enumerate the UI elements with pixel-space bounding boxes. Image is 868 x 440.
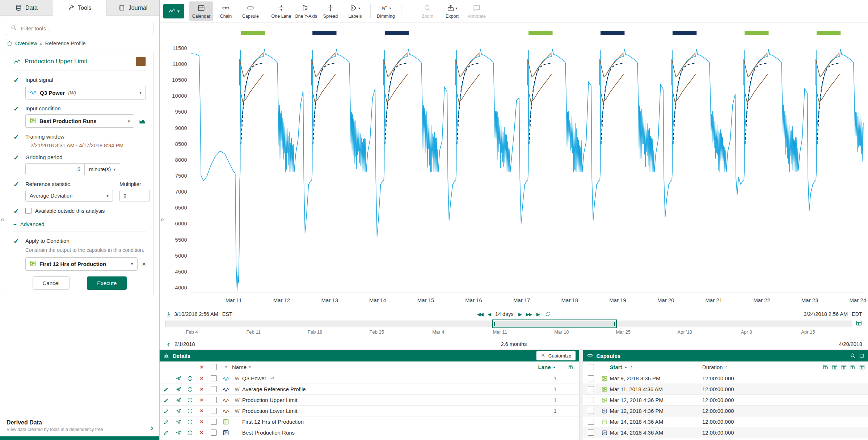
toolbar-button-labels[interactable]: ▾Labels: [343, 1, 367, 21]
color-swatch[interactable]: [136, 57, 146, 66]
plane-icon[interactable]: [176, 376, 181, 381]
capsule-checkbox[interactable]: [588, 408, 594, 414]
toolbar-button-capsule[interactable]: Capsule: [239, 1, 262, 21]
step-forward-fast-icon[interactable]: ▶▶: [526, 312, 532, 317]
duration-column-header[interactable]: Duration: [702, 364, 723, 370]
plane-icon[interactable]: [176, 419, 181, 425]
display-range-start-tz[interactable]: EST: [222, 311, 232, 317]
customize-button[interactable]: Customize: [536, 351, 576, 360]
available-outside-checkbox[interactable]: [25, 208, 31, 214]
details-row[interactable]: ×WAverage Reference Profile1: [160, 384, 579, 395]
grid-icon[interactable]: [859, 364, 865, 370]
tab-journal[interactable]: Journal: [106, 0, 159, 16]
collapse-panel-left-icon[interactable]: «: [1, 216, 4, 223]
input-condition-dropdown[interactable]: Best Production Runs ▾: [25, 114, 134, 128]
investigate-range-start[interactable]: 2/1/2018: [174, 341, 195, 347]
remove-item-icon[interactable]: ×: [200, 419, 203, 425]
scrubber-right-handle[interactable]: [614, 322, 615, 326]
details-row[interactable]: ×First 12 Hrs of Production: [160, 416, 579, 427]
toolbar-button-one-lane[interactable]: One Lane: [269, 1, 293, 21]
toolbar-button-calendar[interactable]: Calendar: [189, 1, 213, 21]
filter-tools-box[interactable]: [6, 22, 153, 35]
display-range-start[interactable]: 3/10/2018 2:56 AM: [174, 311, 218, 317]
breadcrumb-overview-link[interactable]: Overview: [15, 41, 37, 46]
gridding-unit-dropdown[interactable]: minute(s) ▾: [85, 163, 120, 175]
training-window-range[interactable]: 2/21/2018 3:31 AM-4/17/2018 8:34 PM: [25, 143, 146, 148]
step-back-icon[interactable]: ◀: [488, 312, 490, 317]
capsule-time-icon[interactable]: [856, 320, 862, 328]
grid-plus-icon[interactable]: [823, 364, 829, 370]
remove-item-icon[interactable]: ×: [200, 430, 203, 436]
display-range-end-tz[interactable]: EDT: [852, 311, 862, 317]
apply-condition-dropdown[interactable]: First 12 Hrs of Production ▾: [25, 257, 138, 271]
step-forward-icon[interactable]: ▶: [518, 312, 521, 317]
capsule-row[interactable]: Mar 12, 2018 4:36 PM12:00:00.000: [583, 395, 868, 406]
details-row[interactable]: ×WProduction Upper Limit1: [160, 395, 579, 406]
pencil-icon[interactable]: [163, 430, 169, 436]
toolbar-button-spread[interactable]: Spread: [319, 1, 342, 21]
info-icon[interactable]: [187, 430, 193, 436]
advanced-toggle[interactable]: − Advanced: [13, 220, 146, 232]
plane-icon[interactable]: [176, 386, 181, 392]
details-row[interactable]: ×WQ3 Power1: [160, 373, 579, 384]
capsule-checkbox[interactable]: [588, 419, 594, 425]
investigate-range-end[interactable]: 4/20/2018: [839, 341, 862, 347]
area-chart-icon[interactable]: [139, 118, 146, 125]
name-column-header[interactable]: Name: [232, 364, 247, 370]
info-icon[interactable]: [187, 386, 193, 392]
pencil-icon[interactable]: [163, 408, 169, 414]
plane-icon[interactable]: [176, 408, 181, 414]
capsule-checkbox[interactable]: [588, 375, 594, 381]
execute-button[interactable]: Execute: [87, 276, 127, 290]
capsule-row[interactable]: Mar 15, 2018 4:36 AM12:00:00.000: [583, 438, 868, 440]
maximize-panel-icon[interactable]: [859, 353, 864, 359]
step-back-fast-icon[interactable]: ◀◀: [477, 312, 483, 317]
capsule-row[interactable]: Mar 11, 2018 4:36 AM12:00:00.000: [583, 384, 868, 395]
info-icon[interactable]: [187, 408, 193, 414]
gridding-period-input[interactable]: [25, 163, 85, 175]
display-range-end[interactable]: 3/24/2018 2:56 AM: [804, 311, 848, 317]
pan-start-icon[interactable]: [165, 311, 172, 317]
tab-tools[interactable]: Tools: [53, 0, 106, 16]
info-icon[interactable]: [187, 397, 193, 403]
panel-splitter[interactable]: ⋮: [579, 350, 583, 440]
details-row[interactable]: ×WProduction Lower Limit1: [160, 406, 579, 416]
pan-up-icon[interactable]: [165, 341, 172, 347]
sort-icon[interactable]: [724, 365, 728, 369]
remove-item-icon[interactable]: ×: [200, 408, 203, 414]
row-checkbox[interactable]: [211, 408, 217, 414]
view-mode-dropdown-button[interactable]: ▾: [163, 4, 184, 18]
cancel-button[interactable]: Cancel: [33, 276, 70, 290]
toolbar-button-one-y-axis[interactable]: One Y-Axis: [294, 1, 318, 21]
row-checkbox[interactable]: [211, 375, 217, 381]
sort-icon[interactable]: [248, 365, 252, 369]
capsule-checkbox[interactable]: [588, 397, 594, 403]
scrubber-selection-window[interactable]: [492, 320, 617, 328]
input-signal-dropdown[interactable]: Q3 Power (W) ▾: [25, 86, 146, 100]
grid-plus-icon[interactable]: [568, 364, 574, 370]
toolbar-button-dimming[interactable]: N▾Dimming: [374, 1, 398, 21]
swap-icon[interactable]: [269, 376, 275, 381]
collapse-sidebar-icon[interactable]: »: [160, 216, 164, 223]
capsule-row[interactable]: Mar 14, 2018 4:36 AM12:00:00.000: [583, 416, 868, 427]
grid-plus-icon[interactable]: [850, 364, 856, 370]
multiplier-input[interactable]: [119, 190, 150, 202]
start-column-header[interactable]: Start: [610, 364, 622, 370]
remove-all-icon[interactable]: ×: [200, 364, 203, 370]
pencil-icon[interactable]: [163, 419, 169, 425]
grid-icon[interactable]: [832, 364, 838, 370]
info-icon[interactable]: [187, 419, 193, 425]
capsules-select-all-checkbox[interactable]: [588, 364, 594, 370]
chevron-right-icon[interactable]: ›: [150, 422, 153, 433]
clear-condition-icon[interactable]: ×: [142, 261, 146, 267]
trend-chart-area[interactable]: 1150011000105001000095009000850080007500…: [160, 23, 868, 309]
derived-data-panel[interactable]: Derived Data View data created by tools …: [0, 415, 159, 436]
pencil-icon[interactable]: [163, 386, 169, 392]
row-checkbox[interactable]: [211, 386, 217, 392]
scrubber-left-handle[interactable]: [494, 322, 495, 326]
row-checkbox[interactable]: [211, 430, 217, 436]
details-row[interactable]: ×Best Production Runs: [160, 427, 579, 438]
pencil-icon[interactable]: [163, 397, 169, 403]
plane-icon[interactable]: [176, 430, 181, 436]
reference-statistic-select[interactable]: Average Deviation ▾: [25, 190, 113, 202]
